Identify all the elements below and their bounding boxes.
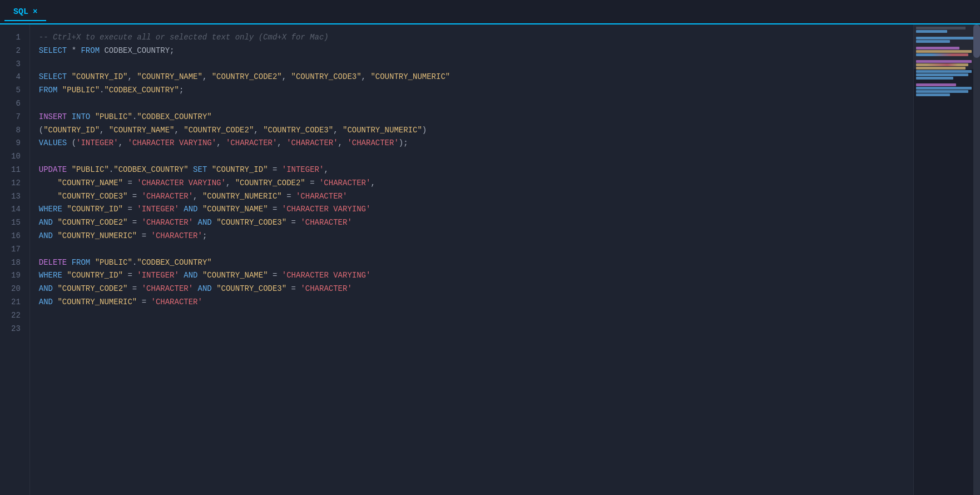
code-line-9: VALUES ('INTEGER', 'CHARACTER VARYING', … — [39, 137, 904, 150]
code-line-1: -- Ctrl+X to execute all or selected tex… — [39, 31, 904, 44]
tab-bar: SQL × — [0, 0, 980, 24]
code-line-2: SELECT * FROM CODBEX_COUNTRY; — [39, 44, 904, 58]
code-line-4: SELECT "COUNTRY_ID", "COUNTRY_NAME", "CO… — [39, 71, 904, 84]
scrollbar-thumb[interactable] — [973, 24, 980, 58]
code-line-19: WHERE "COUNTRY_ID" = 'INTEGER' AND "COUN… — [39, 269, 904, 283]
code-line-13: "COUNTRY_CODE3" = 'CHARACTER', "COUNTRY_… — [39, 190, 904, 204]
code-line-16: AND "COUNTRY_NUMERIC" = 'CHARACTER'; — [39, 230, 904, 243]
vertical-scrollbar[interactable] — [973, 24, 980, 495]
code-line-21: AND "COUNTRY_NUMERIC" = 'CHARACTER' — [39, 296, 904, 309]
code-line-5: FROM "PUBLIC"."CODBEX_COUNTRY"; — [39, 84, 904, 97]
code-line-6 — [39, 97, 904, 111]
tab-label: SQL — [13, 7, 28, 17]
tab-close-icon[interactable]: × — [33, 7, 37, 16]
sql-tab[interactable]: SQL × — [4, 4, 46, 21]
code-line-18: DELETE FROM "PUBLIC"."CODBEX_COUNTRY" — [39, 256, 904, 270]
editor-container: 1 2 3 4 5 6 7 8 9 10 11 12 13 14 15 16 1… — [0, 24, 980, 495]
code-line-22 — [39, 309, 904, 323]
code-editor[interactable]: -- Ctrl+X to execute all or selected tex… — [30, 24, 913, 495]
code-line-3 — [39, 58, 904, 71]
code-line-11: UPDATE "PUBLIC"."CODBEX_COUNTRY" SET "CO… — [39, 164, 904, 177]
code-line-15: AND "COUNTRY_CODE2" = 'CHARACTER' AND "C… — [39, 216, 904, 230]
code-line-7: INSERT INTO "PUBLIC"."CODBEX_COUNTRY" — [39, 111, 904, 124]
code-line-12: "COUNTRY_NAME" = 'CHARACTER VARYING', "C… — [39, 177, 904, 190]
code-line-10 — [39, 150, 904, 164]
code-line-20: AND "COUNTRY_CODE2" = 'CHARACTER' AND "C… — [39, 283, 904, 296]
code-line-14: WHERE "COUNTRY_ID" = 'INTEGER' AND "COUN… — [39, 203, 904, 216]
code-line-8: ("COUNTRY_ID", "COUNTRY_NAME", "COUNTRY_… — [39, 124, 904, 137]
code-line-23 — [39, 323, 904, 336]
code-line-17 — [39, 243, 904, 256]
minimap[interactable] — [913, 24, 980, 495]
line-numbers: 1 2 3 4 5 6 7 8 9 10 11 12 13 14 15 16 1… — [0, 24, 30, 495]
